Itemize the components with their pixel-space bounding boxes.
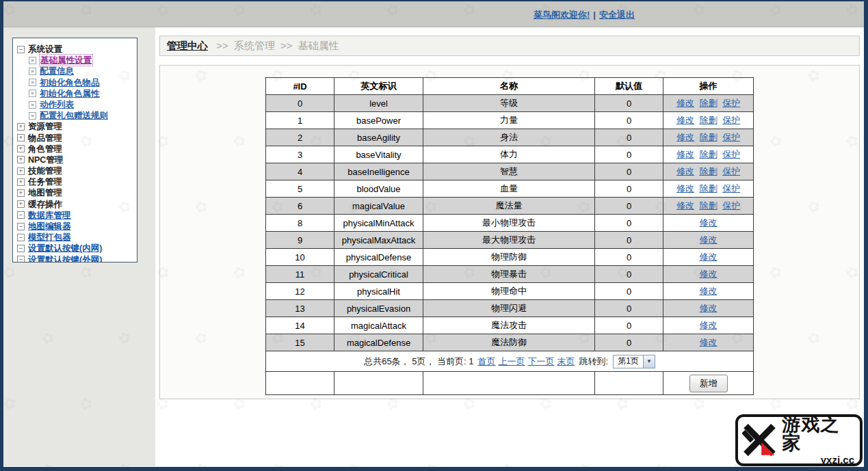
- sidebar-item-label[interactable]: 初始化角色属性: [40, 88, 100, 99]
- plus-box-icon[interactable]: +: [17, 145, 25, 152]
- action-link[interactable]: 修改: [700, 303, 718, 313]
- pagination-link[interactable]: 末页: [557, 356, 575, 366]
- sidebar-item[interactable]: +任务管理: [17, 176, 134, 187]
- action-link[interactable]: 修改: [676, 166, 694, 176]
- sidebar-item-label[interactable]: 数据库管理: [28, 210, 71, 221]
- sidebar-item-label[interactable]: 设置默认按键(内网): [28, 243, 102, 254]
- cell-default-value: 0: [595, 249, 663, 266]
- action-link[interactable]: 修改: [676, 115, 694, 125]
- add-button[interactable]: 新增: [689, 375, 728, 392]
- cell-id: 3: [266, 146, 334, 163]
- pagination-link[interactable]: 下一页: [528, 356, 555, 366]
- sidebar-item[interactable]: −地图编辑器: [17, 221, 134, 232]
- action-link[interactable]: 修改: [700, 252, 718, 262]
- action-link[interactable]: 保护: [722, 200, 740, 211]
- plus-box-icon[interactable]: +: [17, 189, 25, 197]
- plus-box-icon[interactable]: +: [17, 156, 25, 163]
- plus-box-icon[interactable]: +: [17, 167, 25, 175]
- sidebar-item-label[interactable]: 配置礼包赠送规则: [40, 110, 108, 121]
- cell-name: 魔法防御: [423, 334, 595, 351]
- action-link[interactable]: 修改: [700, 234, 718, 245]
- sidebar-item[interactable]: +资源管理: [17, 121, 134, 132]
- sidebar-item[interactable]: +技能管理: [17, 165, 134, 176]
- sidebar-item-label[interactable]: 地图编辑器: [28, 221, 71, 232]
- action-link[interactable]: 修改: [676, 200, 694, 211]
- minus-box-icon[interactable]: −: [17, 223, 25, 230]
- sidebar-item[interactable]: »动作列表: [17, 99, 134, 110]
- action-link[interactable]: 修改: [700, 269, 718, 279]
- action-link[interactable]: 除删: [700, 200, 718, 211]
- plus-box-icon[interactable]: +: [17, 178, 25, 186]
- action-link[interactable]: 修改: [676, 98, 694, 108]
- action-link[interactable]: 修改: [676, 132, 694, 142]
- action-link[interactable]: 保护: [722, 149, 740, 159]
- cell-english-key: baseInelligence: [334, 163, 423, 180]
- action-link[interactable]: 除删: [700, 98, 718, 108]
- action-link[interactable]: 保护: [722, 98, 740, 108]
- sidebar-item[interactable]: −数据库管理: [17, 210, 134, 221]
- action-link[interactable]: 修改: [700, 217, 718, 228]
- pagination-link[interactable]: 首页: [478, 356, 496, 366]
- main-layout: −系统设置»基础属性设置»配置信息»初始化角色物品»初始化角色属性»动作列表»配…: [3, 27, 864, 466]
- sidebar-item[interactable]: +NPC管理: [17, 154, 134, 165]
- minus-box-icon[interactable]: −: [17, 245, 25, 252]
- sidebar-item[interactable]: −模型打包器: [17, 232, 134, 243]
- action-link[interactable]: 保护: [722, 132, 740, 142]
- sidebar-item[interactable]: −系统设置: [17, 44, 134, 55]
- action-link[interactable]: 修改: [700, 337, 718, 347]
- action-link[interactable]: 除删: [700, 115, 718, 125]
- sidebar-item-label[interactable]: 模型打包器: [28, 232, 71, 243]
- action-link[interactable]: 除删: [700, 166, 718, 176]
- page-select[interactable]: 第1页 ▼: [613, 355, 655, 368]
- plus-box-icon[interactable]: +: [17, 134, 25, 142]
- sidebar-item-label[interactable]: 动作列表: [40, 99, 74, 110]
- breadcrumb-home[interactable]: 管理中心: [167, 40, 208, 51]
- sidebar-item-label[interactable]: 设置默认按键(外网): [28, 254, 102, 263]
- sidebar-item-label[interactable]: 基础属性设置: [40, 55, 92, 66]
- cell-actions: 修改: [663, 300, 754, 317]
- action-link[interactable]: 修改: [700, 286, 718, 296]
- action-link[interactable]: 除删: [700, 149, 718, 159]
- sidebar-item[interactable]: −设置默认按键(外网): [17, 254, 134, 263]
- cell-english-key: magicalAttack: [334, 317, 423, 334]
- action-link[interactable]: 保护: [722, 166, 740, 176]
- sidebar-item[interactable]: −设置默认按键(内网): [17, 243, 134, 254]
- action-link[interactable]: 保护: [722, 115, 740, 125]
- sidebar-item-label: 技能管理: [28, 165, 62, 176]
- logout-link[interactable]: 安全退出: [599, 10, 635, 20]
- sidebar-item[interactable]: +物品管理: [17, 133, 134, 144]
- sidebar-item[interactable]: +缓存操作: [17, 199, 134, 210]
- cell-name: 物理防御: [423, 249, 595, 266]
- plus-box-icon[interactable]: +: [17, 200, 25, 208]
- table-panel: #ID 英文标识 名称 默认值 操作 0level等级0修改 除删 保护1bas…: [159, 65, 860, 399]
- minus-box-icon[interactable]: −: [17, 211, 25, 219]
- minus-box-icon[interactable]: −: [17, 234, 25, 241]
- sidebar-item-label[interactable]: 配置信息: [40, 66, 74, 77]
- cell-actions: 修改: [663, 232, 754, 249]
- minus-box-icon[interactable]: −: [17, 46, 25, 53]
- action-link[interactable]: 修改: [676, 149, 694, 159]
- action-link[interactable]: 除删: [700, 183, 718, 193]
- action-link[interactable]: 保护: [722, 183, 740, 193]
- sidebar-item[interactable]: »初始化角色物品: [17, 77, 134, 88]
- action-link[interactable]: 修改: [700, 320, 718, 330]
- logo-title: 游戏之家: [782, 416, 854, 453]
- action-link[interactable]: 除删: [700, 132, 718, 142]
- pagination-row: 总共65条， 5页， 当前页: 1 首页上一页下一页末页 跳转到: 第1页 ▼: [266, 351, 754, 372]
- plus-box-icon[interactable]: +: [17, 123, 25, 131]
- sidebar-item[interactable]: »配置信息: [17, 66, 134, 77]
- pagination-link[interactable]: 上一页: [499, 356, 525, 366]
- chevron-down-icon[interactable]: ▼: [643, 355, 655, 368]
- sidebar-item[interactable]: »基础属性设置: [17, 55, 134, 66]
- table-row: 1basePower力量0修改 除删 保护: [266, 112, 754, 129]
- sidebar-item[interactable]: »初始化角色属性: [17, 88, 134, 99]
- sidebar-item-label[interactable]: 初始化角色物品: [40, 77, 100, 88]
- welcome-link[interactable]: 菜鸟阁欢迎你!: [534, 10, 590, 20]
- sidebar-item[interactable]: +角色管理: [17, 144, 134, 154]
- action-link[interactable]: 修改: [676, 183, 694, 193]
- cell-english-key: level: [334, 95, 423, 112]
- sidebar-item[interactable]: +地图管理: [17, 187, 134, 198]
- sidebar-item[interactable]: »配置礼包赠送规则: [17, 110, 134, 121]
- minus-box-icon[interactable]: −: [17, 256, 25, 263]
- empty-cell: [266, 372, 334, 395]
